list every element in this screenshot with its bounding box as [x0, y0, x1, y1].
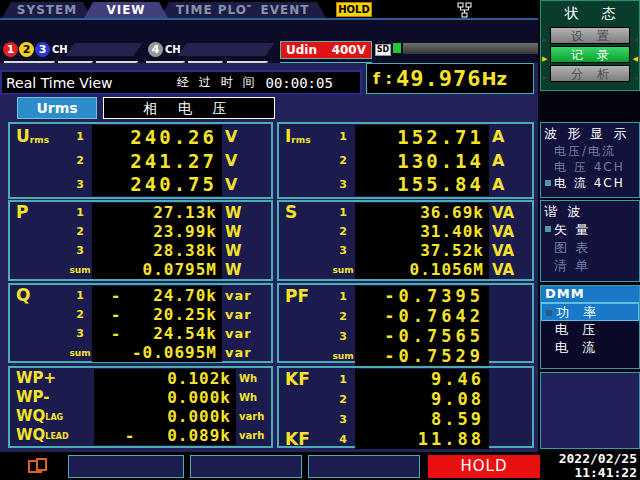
selected-bullet-icon	[546, 310, 552, 316]
sidebar-item-current[interactable]: 电 流	[541, 339, 639, 357]
measurement-row: 2 130.14 A	[281, 149, 530, 173]
unit: VA	[489, 261, 514, 279]
unit: V	[222, 127, 237, 146]
unit: Wh	[236, 392, 257, 403]
sidebar: 状 态 ▶设 置◀ ▶记 录◀ ▶分 析◀ 波 形 显 示 电压/电流 电 压 …	[538, 0, 640, 452]
measured-value: 0.000k	[94, 388, 236, 407]
sidebar-button-analysis[interactable]: ▶分 析◀	[550, 65, 630, 82]
channel-number: 2	[68, 308, 92, 321]
unit: W	[222, 204, 242, 222]
channel-number: 3	[331, 244, 355, 257]
param-label: WQ	[16, 427, 45, 444]
unit: W	[222, 223, 242, 241]
softkey-3[interactable]	[308, 455, 420, 478]
sidebar-item-current-4ch[interactable]: 电 流 4CH	[541, 175, 639, 191]
param-label: WP+	[16, 370, 56, 387]
channel-number: 3	[331, 330, 355, 343]
frequency-unit: Hz	[481, 68, 507, 89]
measured-value: 27.13k	[92, 203, 222, 222]
unit: A	[489, 175, 504, 194]
frequency-value: 49.976	[396, 66, 481, 91]
sidebar-item-voltage-current[interactable]: 电压/电流	[541, 143, 639, 159]
unit: VA	[489, 242, 514, 260]
measurement-row: 2 -0.7642	[281, 306, 530, 326]
measured-value: 23.99k	[92, 222, 222, 241]
channel-number: sum	[68, 348, 92, 358]
measurement-row: PF 1 -0.7395	[281, 286, 530, 306]
measured-value: 8.59	[355, 409, 489, 429]
measurement-row: 3 -0.7565	[281, 326, 530, 346]
measurement-row: KF 1 9.46	[281, 369, 530, 389]
media-status-indicator	[393, 43, 401, 53]
sidebar-item-voltage-4ch[interactable]: 电 压 4CH	[541, 159, 639, 175]
measured-value: -0.7565	[355, 326, 489, 346]
measured-value: - 24.54k	[92, 324, 222, 343]
item-label: 电 流 4CH	[554, 176, 625, 190]
param-label: KF	[285, 371, 310, 388]
irms-panel: Irms 1 152.71 A 2 130.14 A 3 155.84 A	[277, 122, 534, 199]
measurement-row: P 1 27.13k W	[12, 203, 269, 222]
sidebar-item-list[interactable]: 清 单	[541, 257, 639, 275]
measured-value: 11.88	[355, 429, 489, 449]
softkey-1[interactable]	[68, 455, 184, 478]
unit: V	[222, 151, 237, 170]
measured-value: 0.102k	[94, 369, 236, 388]
frequency-display: f : 49.976 Hz	[366, 63, 534, 94]
hold-button[interactable]: HOLD	[428, 455, 540, 478]
tab-system[interactable]: SYSTEM	[2, 2, 92, 18]
measurement-row: sum -0.7529	[281, 346, 530, 366]
waveform-display-panel: 波 形 显 示 电压/电流 电 压 4CH 电 流 4CH	[540, 122, 640, 198]
view-info-bar: Real Time View 经 过 时 间 00:00:05	[0, 70, 362, 95]
channel-number: 2	[68, 154, 92, 167]
unit: VA	[489, 223, 514, 241]
measurement-row: 3 - 24.54k var	[12, 324, 269, 343]
param-label: WQ	[16, 408, 45, 425]
measured-value: - 20.25k	[92, 305, 222, 324]
channel-number: 1	[331, 290, 355, 303]
measured-value: 31.40k	[355, 222, 489, 241]
channel-number: 4	[331, 433, 355, 446]
unit: A	[489, 127, 504, 146]
channel-number: sum	[68, 265, 92, 275]
tab-view[interactable]: VIEW	[84, 2, 168, 18]
time-value: 11:41:22	[559, 466, 637, 480]
measurement-row: WQLEAD - 0.089k varh	[12, 426, 269, 445]
measurement-row: 2 23.99k W	[12, 222, 269, 241]
channel-number: sum	[331, 265, 355, 275]
sidebar-item-graph[interactable]: 图 表	[541, 239, 639, 257]
sidebar-button-settings[interactable]: ▶设 置◀	[550, 27, 630, 44]
measured-value: 130.14	[355, 149, 489, 173]
sidebar-item-voltage[interactable]: 电 压	[541, 321, 639, 339]
harmonics-panel: 谐 波 矢 量 图 表 清 单	[540, 200, 640, 282]
measured-value: 152.71	[355, 125, 489, 149]
measured-value: 0.1056M	[355, 260, 489, 279]
selected-bullet-icon	[545, 226, 551, 232]
item-label: 功 率	[556, 305, 601, 320]
urms-panel: Urms 1 240.26 V 2 241.27 V 3 240.75 V	[8, 122, 273, 199]
measured-value: -0.7529	[355, 346, 489, 366]
measurement-row: 3 8.59	[281, 409, 530, 429]
urms-page-tab[interactable]: Urms	[17, 97, 97, 119]
tab-event[interactable]: EVENT	[244, 2, 326, 18]
measured-value: 28.38k	[92, 241, 222, 260]
channel-number: sum	[331, 351, 355, 361]
measurement-row: sum 0.0795M W	[12, 260, 269, 279]
softkey-2[interactable]	[190, 455, 302, 478]
measurement-row: Urms 1 240.26 V	[12, 125, 269, 149]
sidebar-button-record[interactable]: ▶记 录◀	[550, 46, 630, 63]
measured-value: 241.27	[92, 149, 222, 173]
channel-2-badge: 2	[19, 42, 34, 57]
measurement-row: WP+ 0.102k Wh	[12, 369, 269, 388]
button-label: 记 录	[571, 48, 614, 62]
param-label: KF	[285, 431, 310, 448]
sidebar-item-vector[interactable]: 矢 量	[541, 221, 639, 239]
media-usage-bar	[403, 43, 538, 54]
channel-number: 3	[68, 327, 92, 340]
sidebar-item-power[interactable]: 功 率	[541, 303, 639, 321]
active-power-panel: P 1 27.13k W 2 23.99k W 3 28.38k W sum 0…	[8, 200, 273, 281]
measured-value: 37.52k	[355, 241, 489, 260]
measurement-row: 2 31.40k VA	[281, 222, 530, 241]
measured-value: -0.7642	[355, 306, 489, 326]
measurement-row: WQLAG 0.000k varh	[12, 407, 269, 426]
measurement-row: 3 28.38k W	[12, 241, 269, 260]
